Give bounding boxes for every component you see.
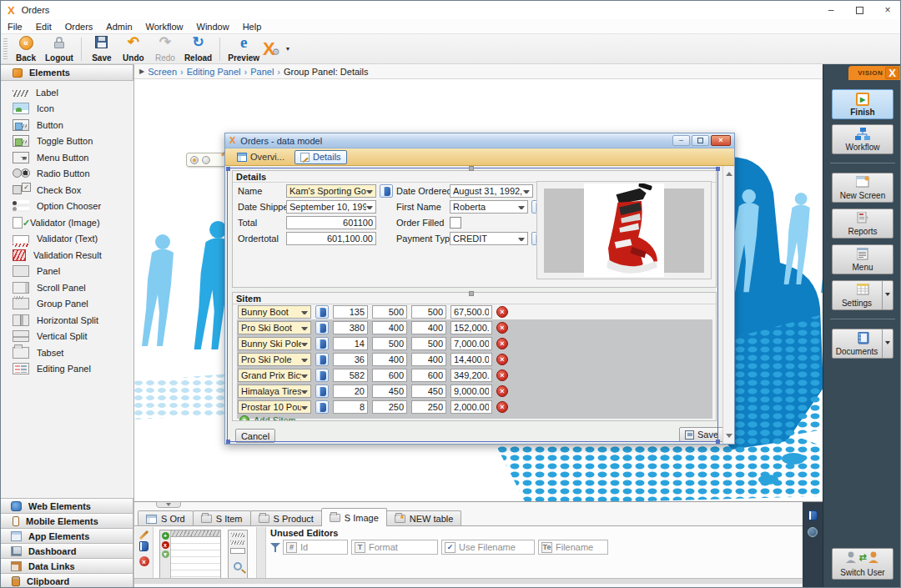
delete-row-button[interactable]: × — [496, 401, 508, 413]
tab-s-product[interactable]: S Product — [250, 510, 322, 526]
breadcrumb-screen[interactable]: Screen — [148, 67, 177, 77]
dialog-scrollbar[interactable] — [722, 166, 734, 444]
unused-editor-id[interactable]: # Id — [283, 540, 348, 555]
dialog-maximize-button[interactable] — [692, 135, 709, 146]
payment-type-select[interactable]: CREDIT — [450, 232, 528, 245]
cancel-button[interactable]: Cancel — [235, 429, 275, 443]
dialog-title-bar[interactable]: X Orders - data model – × — [225, 133, 734, 148]
quantity-field[interactable]: 582 — [333, 369, 368, 382]
palette-item-radio-button[interactable]: Radio Button — [1, 166, 133, 183]
row-detail-button[interactable] — [315, 384, 329, 398]
back-button[interactable]: « Back — [10, 36, 42, 63]
section-mobile-elements[interactable]: Mobile Elements — [1, 513, 133, 529]
toolbar-dropdown-caret-icon[interactable]: ▼ — [285, 46, 291, 52]
insert-row-icon[interactable]: ▾ — [162, 550, 169, 558]
row-detail-button[interactable] — [315, 305, 329, 319]
panel-divider[interactable] — [256, 527, 266, 584]
selection-handle[interactable] — [716, 440, 720, 444]
row-detail-button[interactable] — [315, 321, 329, 334]
price-field[interactable]: 500 — [372, 337, 407, 350]
table-editor-preview[interactable]: + x ▾ — [159, 530, 221, 580]
minimize-button[interactable]: – — [817, 1, 845, 19]
redo-button[interactable]: ↷ Redo — [149, 36, 181, 63]
resize-handle[interactable] — [469, 166, 474, 171]
tab-overview[interactable]: Overvi... — [232, 150, 289, 164]
save-button[interactable]: Save — [86, 36, 118, 63]
delete-row-icon[interactable]: x — [162, 541, 169, 549]
scroll-down-icon[interactable] — [726, 434, 732, 441]
row-detail-button[interactable] — [315, 353, 329, 366]
settings-dropdown-button[interactable] — [882, 281, 893, 309]
row-total-field[interactable]: 67,500.00 — [450, 305, 492, 319]
quantity-field[interactable]: 20 — [333, 384, 368, 398]
quantity-field[interactable]: 14 — [333, 337, 368, 350]
unused-editor-format[interactable]: T Format — [351, 540, 438, 555]
notebook-icon[interactable] — [139, 541, 148, 551]
quantity-field[interactable]: 8 — [333, 400, 368, 414]
section-data-links[interactable]: Data Links — [1, 558, 133, 574]
floating-mini-toolbar[interactable] — [186, 153, 228, 167]
quantity-field[interactable]: 135 — [333, 305, 368, 319]
selection-handle[interactable] — [226, 440, 230, 444]
product-select[interactable]: Pro Ski Pole — [238, 353, 311, 366]
menu-window[interactable]: Window — [190, 22, 236, 32]
unit-price-field[interactable]: 250 — [411, 400, 446, 414]
scroll-up-icon[interactable] — [726, 168, 732, 176]
filter-icon[interactable] — [270, 543, 280, 552]
section-app-elements[interactable]: App Elements — [1, 528, 133, 544]
breadcrumb-editing-panel[interactable]: Editing Panel — [187, 67, 241, 77]
menu-workflow[interactable]: Workflow — [139, 22, 190, 32]
notebook-icon[interactable] — [808, 510, 818, 520]
tab-details[interactable]: Details — [294, 150, 347, 164]
breadcrumb-panel[interactable]: Panel — [250, 67, 274, 77]
delete-row-button[interactable]: × — [496, 322, 508, 334]
palette-item-group-panel[interactable]: Group Panel — [1, 296, 133, 313]
unit-price-field[interactable]: 400 — [411, 353, 446, 366]
edit-pencil-icon[interactable] — [139, 530, 148, 540]
menu-admin[interactable]: Admin — [99, 22, 138, 32]
row-total-field[interactable]: 152,000.00 — [450, 321, 492, 334]
mini-tool-icon[interactable] — [202, 156, 210, 164]
reports-button[interactable]: Reports — [832, 209, 893, 239]
tab-s-image[interactable]: S Image — [321, 508, 387, 526]
maximize-button[interactable] — [845, 1, 873, 19]
price-field[interactable]: 400 — [372, 321, 407, 334]
section-web-elements[interactable]: Web Elements — [1, 498, 133, 514]
delete-row-button[interactable]: × — [496, 385, 508, 397]
price-field[interactable]: 500 — [372, 305, 407, 319]
order-filled-checkbox[interactable] — [450, 217, 461, 229]
palette-item-label[interactable]: Label — [1, 84, 133, 101]
price-field[interactable]: 600 — [372, 369, 407, 382]
close-button[interactable]: × — [873, 1, 901, 19]
unit-price-field[interactable]: 400 — [411, 321, 446, 334]
unit-price-field[interactable]: 500 — [411, 305, 446, 319]
unused-editor-filename[interactable]: Te Filename — [538, 540, 608, 555]
palette-item-button[interactable]: Button — [1, 117, 133, 133]
switch-user-button[interactable]: ⇄ Switch User — [832, 548, 893, 580]
row-detail-button[interactable] — [315, 400, 329, 414]
undo-button[interactable]: ↶ Undo — [118, 36, 149, 63]
product-select[interactable]: Grand Prix Bicycle — [238, 369, 311, 382]
logout-button[interactable]: Logout — [42, 36, 77, 63]
palette-item-check-box[interactable]: Check Box — [1, 182, 133, 199]
palette-item-tabset[interactable]: Tabset — [1, 344, 133, 361]
palette-item-toggle-button[interactable]: Toggle Button — [1, 133, 133, 150]
selection-handle[interactable] — [716, 167, 720, 171]
price-field[interactable]: 400 — [372, 353, 407, 366]
row-total-field[interactable]: 7,000.00 — [450, 337, 492, 350]
tab-s-ord[interactable]: S Ord — [138, 510, 194, 526]
section-dashboard[interactable]: Dashboard — [1, 543, 133, 559]
row-detail-button[interactable] — [315, 369, 329, 382]
palette-item-scroll-panel[interactable]: Scroll Panel — [1, 279, 133, 296]
section-clipboard[interactable]: Clipboard — [1, 573, 133, 588]
palette-item-editing-panel[interactable]: Editing Panel — [1, 361, 133, 378]
product-select[interactable]: Bunny Boot — [238, 305, 311, 319]
quantity-field[interactable]: 380 — [333, 321, 368, 334]
palette-item-menu-button[interactable]: Menu Button — [1, 149, 133, 166]
price-field[interactable]: 250 — [372, 400, 407, 414]
unit-price-field[interactable]: 500 — [411, 337, 446, 350]
settings-button[interactable]: Settings — [832, 280, 893, 310]
visionx-app-button[interactable]: X ⚙ — [263, 40, 280, 58]
row-total-field[interactable]: 9,000.00 — [450, 384, 492, 398]
product-select[interactable]: Himalaya Tires — [238, 384, 311, 398]
